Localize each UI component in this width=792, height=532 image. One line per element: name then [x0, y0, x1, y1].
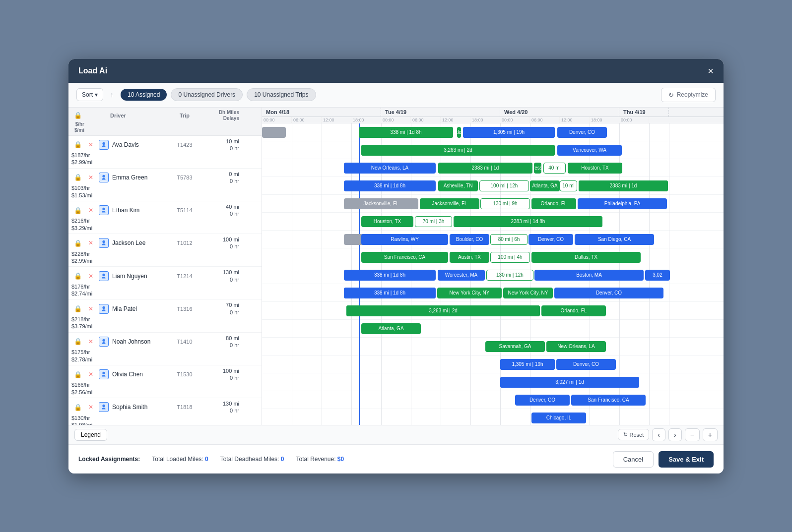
gantt-bar[interactable]: 1,305 mi | 19h	[500, 359, 555, 370]
gantt-bar[interactable]: Jacksonville, FL	[420, 198, 479, 209]
gantt-bar[interactable]: Chicago, IL	[531, 413, 586, 423]
gantt-row: Denver, COSan Francisco, CA	[262, 391, 724, 409]
rate-value: $103/hr$1.53/mi	[71, 184, 84, 199]
gantt-bar[interactable]: Houston, TX	[361, 216, 413, 227]
gantt-bar[interactable]: Jacksonville, FL	[344, 198, 418, 209]
unassigned-trips-tab[interactable]: 10 Unassigned Trips	[247, 88, 316, 101]
gantt-bar[interactable]: 2383 mi | 1d	[579, 180, 668, 191]
gantt-bar[interactable]: 338 mi | 1d 8h	[359, 127, 453, 138]
zoom-in-button[interactable]: +	[703, 428, 718, 441]
gantt-bar[interactable]: New Orleans, LA	[344, 163, 436, 174]
gantt-bar[interactable]: 2383 mi | 1d	[438, 163, 532, 174]
reject-icon[interactable]: ✕	[84, 371, 97, 378]
gantt-bar[interactable]: Savannah, GA	[485, 341, 545, 352]
reoptimize-button[interactable]: ↻ Reoptymize	[661, 88, 716, 102]
gantt-bar[interactable]: Rawlins, WY	[361, 234, 448, 245]
gantt-bar[interactable]: Atlanta, GA	[530, 180, 560, 191]
gantt-bar[interactable]: 3,02	[645, 270, 670, 281]
gantt-bar[interactable]: Vancouver, WA	[557, 145, 622, 156]
gantt-bar[interactable]: New York City, NY	[437, 288, 502, 298]
gantt-bar[interactable]: 3,263 mi | 2d	[361, 145, 555, 156]
save-exit-button[interactable]: Save & Exit	[659, 451, 714, 468]
gantt-bar[interactable]: Denver, CO	[554, 288, 663, 298]
gantt-bar[interactable]: 3,263 mi | 2d	[346, 305, 540, 316]
zoom-out-button[interactable]: −	[685, 428, 700, 441]
gantt-bar[interactable]: Atlanta, GA	[361, 323, 421, 334]
gantt-bar[interactable]: 80 mi | 6h	[490, 234, 528, 245]
gantt-bar[interactable]: San Francisco, CA	[571, 395, 646, 406]
gantt-bar[interactable]: Denver, CO	[515, 395, 570, 406]
gantt-bar[interactable]: San Diego, CA	[575, 234, 654, 245]
gantt-bar[interactable]: Boulder, CO	[450, 234, 489, 245]
reject-icon[interactable]: ✕	[84, 305, 97, 312]
lock-icon[interactable]: 🔒	[71, 239, 84, 247]
gantt-bar[interactable]: San Francisco, CA	[361, 252, 448, 263]
gantt-bar[interactable]: Dallas, TX	[531, 252, 641, 263]
sort-up-button[interactable]: ↑	[107, 90, 117, 100]
gantt-bar[interactable]: 100 mi | 4h	[490, 252, 530, 263]
cancel-button[interactable]: Cancel	[613, 451, 654, 468]
gantt-bar[interactable]	[262, 127, 286, 138]
gantt-bar[interactable]: Orlando, FL	[541, 305, 606, 316]
lock-icon[interactable]: 🔒	[71, 305, 84, 312]
gantt-bar[interactable]: New Orleans, LA	[546, 341, 606, 352]
gantt-bar[interactable]: 338 mi | 1d 8h	[344, 270, 436, 281]
unassigned-drivers-tab[interactable]: 0 Unassigned Drivers	[171, 88, 243, 101]
gantt-bar[interactable]: Denver, CO	[557, 127, 607, 138]
next-button[interactable]: ›	[668, 428, 682, 441]
gantt-bar[interactable]: New York City, NY	[503, 288, 553, 298]
reject-icon[interactable]: ✕	[84, 273, 97, 280]
lock-icon[interactable]: 🔒	[71, 371, 84, 378]
gantt-row: Savannah, GANew Orleans, LA	[262, 338, 724, 355]
gantt-bar[interactable]: 70 mi | 3h	[415, 216, 452, 227]
lock-icon[interactable]: 🔒	[71, 207, 84, 214]
time-1200-3: 12:00	[560, 117, 590, 123]
gantt-row: Seattle, WA1,305 mi | 19hDenver, CO	[262, 355, 724, 373]
sort-button[interactable]: Sort ▾	[76, 88, 103, 101]
prev-button[interactable]: ‹	[652, 428, 665, 441]
gantt-bar[interactable]: Cypress, TX	[534, 163, 541, 174]
assigned-tab[interactable]: 10 Assigned	[121, 89, 167, 101]
time-0600-1: 06:00	[292, 117, 322, 123]
gantt-bar[interactable]: Boston, MA	[534, 270, 644, 281]
gantt-bar[interactable]: 40 mi	[543, 163, 566, 174]
driver-name: Ava Davis	[110, 141, 170, 148]
gantt-bar[interactable]: 130 mi | 12h	[486, 270, 533, 281]
gantt-bar[interactable]: Worcester, MA	[438, 270, 485, 281]
reset-button[interactable]: ↻ Reset	[618, 429, 650, 440]
load-ai-modal: Load Ai × Sort ▾ ↑ 10 Assigned 0 Unassig…	[68, 59, 724, 473]
reject-icon[interactable]: ✕	[84, 207, 97, 214]
gantt-bar[interactable]: 338 mi | 1d 8h	[344, 288, 436, 298]
reject-icon[interactable]: ✕	[84, 338, 97, 345]
gantt-bar[interactable]: 338 mi | 1d 8h	[344, 180, 436, 191]
reject-icon[interactable]: ✕	[84, 174, 97, 181]
lock-icon[interactable]: 🔒	[71, 141, 84, 148]
table-row: 🔒 ✕ Jackson Lee T1012 100 mi0 hr $228/hr…	[68, 234, 262, 267]
reject-icon[interactable]: ✕	[84, 404, 97, 411]
lock-icon[interactable]: 🔒	[71, 272, 84, 280]
gantt-bar[interactable]: Orlando, FL	[531, 198, 576, 209]
table-row: 🔒 ✕ Noah Johnson T1410 80 mi0 hr $175/hr…	[68, 333, 262, 365]
gantt-bar[interactable]: 130 mi | 9h	[480, 198, 530, 209]
gantt-bar[interactable]: Denver, CO	[528, 234, 573, 245]
gantt-bar[interactable]: Austin, TX	[450, 252, 489, 263]
gantt-bar[interactable]: Seattle, WA	[457, 127, 461, 138]
gantt-panel[interactable]: Mon 4/18 Tue 4/19 Wed 4/20 Thu 4/19 00:0…	[262, 108, 724, 425]
close-button[interactable]: ×	[708, 66, 714, 76]
lock-icon[interactable]: 🔒	[71, 174, 84, 181]
refresh-icon: ↻	[668, 91, 674, 99]
lock-icon[interactable]: 🔒	[71, 338, 84, 345]
gantt-bar[interactable]: Denver, CO	[556, 359, 616, 370]
gantt-bar[interactable]: 100 mi | 12h	[479, 180, 529, 191]
reject-icon[interactable]: ✕	[84, 141, 97, 148]
gantt-bar[interactable]: 3,027 mi | 1d	[500, 377, 639, 388]
gantt-bar[interactable]: Philadelphia, PA	[578, 198, 667, 209]
legend-button[interactable]: Legend	[74, 429, 107, 441]
lock-icon[interactable]: 🔒	[71, 404, 84, 411]
gantt-bar[interactable]: 2383 mi | 1d 8h	[454, 216, 602, 227]
reject-icon[interactable]: ✕	[84, 239, 97, 246]
gantt-bar[interactable]: 10 mi	[560, 180, 577, 191]
gantt-bar[interactable]: Houston, TX	[568, 163, 622, 174]
gantt-bar[interactable]: Asheville, TN	[438, 180, 478, 191]
gantt-bar[interactable]: 1,305 mi | 19h	[463, 127, 555, 138]
